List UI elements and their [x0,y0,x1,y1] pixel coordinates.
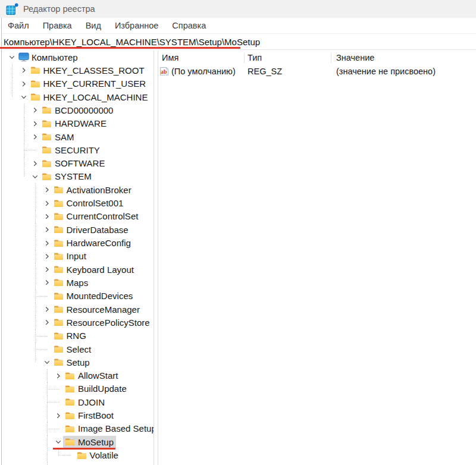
tree-row-content[interactable]: RNG [52,329,89,342]
tree-row-content[interactable]: Maps [52,277,91,289]
column-header-value[interactable]: Значение [331,53,476,62]
tree-item-rng[interactable]: RNG [2,329,154,343]
tree-item-resourcepolicystore[interactable]: ResourcePolicyStore [2,316,154,329]
tree-item-hkey-current-user[interactable]: HKEY_CURRENT_USER [2,77,154,90]
tree-row-content[interactable]: HARDWARE [40,117,109,130]
tree-item-buildupdate[interactable]: BuildUpdate [2,382,154,395]
tree-row-content[interactable]: SOFTWARE [40,157,107,169]
chevron-right-icon[interactable] [20,66,28,74]
menu-item-4[interactable]: Справка [166,21,212,30]
tree-row-content[interactable]: SECURITY [40,144,102,156]
pane-splitter-left-edge[interactable] [154,51,154,465]
tree-item-bcd00000000[interactable]: BCD00000000 [2,103,154,117]
tree-item-clipped[interactable] [2,462,154,465]
menu-item-1[interactable]: Правка [37,21,78,30]
tree-item-maps[interactable]: Maps [2,276,154,289]
tree-row-content[interactable]: HKEY_LOCAL_MACHINE [29,91,151,103]
tree-row-content[interactable]: SYSTEM [40,170,94,183]
chevron-right-icon[interactable] [43,265,51,274]
tree-row-content[interactable]: BCD00000000 [40,104,115,117]
chevron-right-icon[interactable] [31,133,39,141]
tree-row-content[interactable]: Image Based Setup [63,422,154,435]
chevron-down-icon[interactable] [20,93,28,101]
titlebar[interactable]: Редактор реестра [0,0,476,18]
tree-row-content[interactable]: HKEY_CURRENT_USER [29,77,149,90]
tree-item-select[interactable]: Select [2,343,154,356]
tree-row-content[interactable]: Input [52,250,89,262]
tree-item-security[interactable]: SECURITY [2,143,154,156]
value-row[interactable]: ab(По умолчанию)REG_SZ(значение не присв… [158,65,476,78]
tree-row-content[interactable]: ControlSet001 [52,197,126,209]
chevron-down-icon[interactable] [54,438,62,446]
tree-row-content[interactable]: CurrentControlSet [52,210,141,222]
tree-row-content[interactable]: SAM [40,131,77,143]
tree-item-volatile[interactable]: Volatile [2,448,154,461]
column-separator[interactable] [244,53,245,63]
tree-item-resourcemanager[interactable]: ResourceManager [2,303,154,316]
column-header-type[interactable]: Тип [244,53,331,62]
tree-row-content[interactable]: Select [52,343,94,356]
chevron-right-icon[interactable] [43,239,51,247]
tree-item-firstboot[interactable]: FirstBoot [2,409,154,422]
tree-item-activationbroker[interactable]: ActivationBroker [2,183,154,196]
tree-item-image-based-setup[interactable]: Image Based Setup [2,422,154,435]
column-header-name[interactable]: Имя [158,53,244,62]
chevron-right-icon[interactable] [43,305,51,313]
tree-row-content[interactable]: HardwareConfig [52,237,133,249]
chevron-right-icon[interactable] [20,80,28,88]
menu-item-2[interactable]: Вид [80,21,107,30]
chevron-right-icon[interactable] [31,106,39,114]
chevron-down-icon[interactable] [43,358,51,366]
chevron-right-icon[interactable] [54,372,62,380]
chevron-right-icon[interactable] [43,199,51,208]
tree-selection[interactable]: MoSetup [63,436,116,448]
tree-item-driverdatabase[interactable]: DriverDatabase [2,223,154,236]
tree-item-hardwareconfig[interactable]: HardwareConfig [2,236,154,249]
chevron-right-icon[interactable] [43,186,51,194]
tree-item-sam[interactable]: SAM [2,130,154,143]
tree-row-content[interactable]: AllowStart [63,369,121,382]
tree-row-content[interactable]: Компьютер [17,51,80,64]
chevron-right-icon[interactable] [43,278,51,287]
tree-item-mounteddevices[interactable]: MountedDevices [2,290,154,303]
address-path[interactable]: Компьютер\HKEY_LOCAL_MACHINE\SYSTEM\Setu… [2,37,260,47]
column-separator[interactable] [331,53,331,63]
chevron-down-icon[interactable] [31,172,39,181]
chevron-right-icon[interactable] [43,252,51,260]
tree-item-djoin[interactable]: DJOIN [2,395,154,409]
tree-item-allowstart[interactable]: AllowStart [2,369,154,382]
tree-row-content[interactable]: ActivationBroker [52,184,134,196]
tree-item-input[interactable]: Input [2,250,154,263]
tree-item-hkey-classes-root[interactable]: HKEY_CLASSES_ROOT [2,64,154,77]
menu-item-0[interactable]: Файл [2,21,35,30]
tree-row-content[interactable]: ResourceManager [52,303,142,316]
tree-row-content[interactable]: Setup [52,356,92,369]
chevron-right-icon[interactable] [43,318,51,326]
tree-row-content[interactable]: HKEY_CLASSES_ROOT [29,64,147,77]
chevron-down-icon[interactable] [8,53,16,61]
tree-item-system[interactable]: SYSTEM [2,170,154,183]
tree-item-hardware[interactable]: HARDWARE [2,117,154,130]
tree-row-content[interactable]: ResourcePolicyStore [52,316,152,329]
tree-row-content[interactable]: Keyboard Layout [52,263,136,276]
menu-item-3[interactable]: Избранное [109,21,164,30]
chevron-right-icon[interactable] [54,411,62,420]
tree-row-content[interactable]: FirstBoot [63,409,116,422]
tree-row-content[interactable]: BuildUpdate [63,382,129,395]
chevron-right-icon[interactable] [43,212,51,221]
value-name-cell[interactable]: ab(По умолчанию) [158,67,244,76]
tree-row-content[interactable]: MountedDevices [52,290,136,302]
tree-item-setup[interactable]: Setup [2,356,154,369]
tree-row-content[interactable]: Volatile [75,449,121,461]
tree-item-controlset001[interactable]: ControlSet001 [2,196,154,209]
chevron-right-icon[interactable] [31,159,39,168]
tree-item-компьютер[interactable]: Компьютер [2,51,154,64]
tree-item-hkey-local-machine[interactable]: HKEY_LOCAL_MACHINE [2,90,154,103]
tree-row-content[interactable]: DriverDatabase [52,224,131,236]
tree-row-content[interactable]: DJOIN [63,396,107,409]
tree-item-keyboard-layout[interactable]: Keyboard Layout [2,263,154,276]
tree-item-mosetup[interactable]: MoSetup [2,435,154,448]
chevron-right-icon[interactable] [43,225,51,234]
tree-item-software[interactable]: SOFTWARE [2,157,154,170]
chevron-right-icon[interactable] [31,120,39,128]
